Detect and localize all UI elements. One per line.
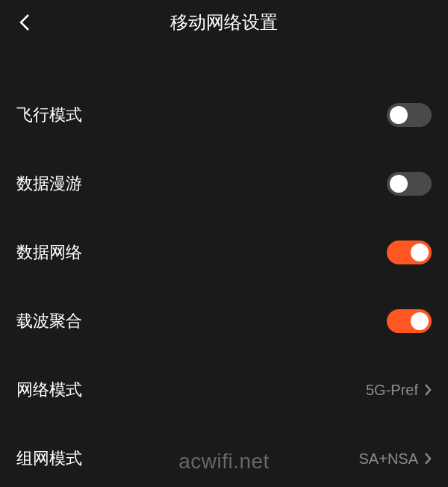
setting-row-mobile-data: 数据网络 (0, 218, 448, 287)
header: 移动网络设置 (0, 0, 448, 45)
setting-row-networking-mode[interactable]: 组网模式 SA+NSA (0, 424, 448, 487)
toggle-carrier-aggregation[interactable] (387, 309, 432, 333)
back-button[interactable] (13, 11, 36, 34)
setting-row-network-mode[interactable]: 网络模式 5G-Pref (0, 356, 448, 424)
setting-label: 数据网络 (16, 241, 82, 264)
toggle-knob (411, 312, 429, 330)
chevron-left-icon (19, 13, 30, 31)
toggle-airplane-mode[interactable] (387, 103, 432, 127)
toggle-mobile-data[interactable] (387, 241, 432, 264)
settings-list: 飞行模式 数据漫游 数据网络 载波聚合 网络模式 5G-Pref 组网模式 (0, 45, 448, 487)
chevron-right-icon (424, 383, 432, 397)
toggle-data-roaming[interactable] (387, 172, 432, 196)
chevron-right-icon (424, 452, 432, 465)
setting-label: 数据漫游 (16, 173, 82, 195)
page-title: 移动网络设置 (0, 10, 448, 34)
setting-label: 组网模式 (16, 447, 82, 470)
setting-row-airplane-mode: 飞行模式 (0, 81, 448, 149)
setting-label: 载波聚合 (16, 310, 82, 332)
setting-value-wrap: 5G-Pref (366, 382, 432, 399)
setting-value-wrap: SA+NSA (359, 450, 432, 468)
setting-value: 5G-Pref (366, 382, 418, 399)
setting-row-carrier-aggregation: 载波聚合 (0, 287, 448, 356)
toggle-knob (390, 106, 408, 124)
setting-value: SA+NSA (359, 450, 418, 468)
toggle-knob (411, 244, 429, 261)
setting-label: 飞行模式 (16, 104, 82, 126)
setting-label: 网络模式 (16, 379, 82, 401)
setting-row-data-roaming: 数据漫游 (0, 149, 448, 218)
toggle-knob (390, 175, 408, 193)
